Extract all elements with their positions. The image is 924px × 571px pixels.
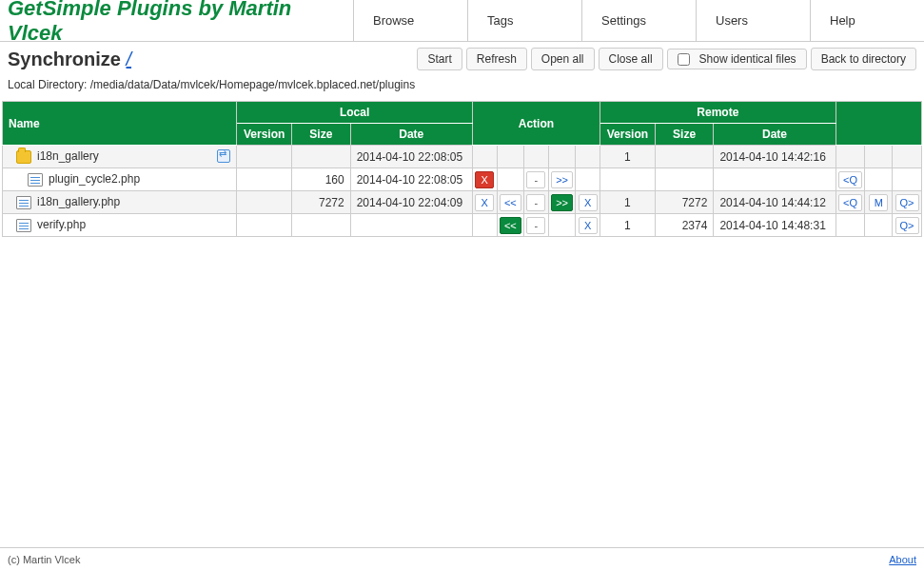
local-size: 160 [292,168,351,191]
action-skip-cell: - [524,191,549,214]
action-delete-remote-cell: X [576,214,600,237]
item-name: i18n_gallery.php [37,195,120,208]
path-root-link[interactable]: / [126,49,131,69]
action-delete-local-cell: X [472,168,497,191]
action-delete-remote[interactable]: X [579,194,598,211]
remote-date: 2014-04-10 14:44:12 [714,191,836,214]
nav-help[interactable]: Help [810,0,924,41]
action-copy-left-cell: << [497,214,524,237]
col-remote-size: Size [655,124,714,146]
file-icon [16,196,31,209]
remote-size [655,146,714,168]
table-row: i18n_gallery.php72722014-04-10 22:04:09X… [3,191,922,214]
action-queue-right-cell: Q> [893,214,922,237]
col-extra [836,102,921,146]
remote-version: 1 [600,214,655,237]
name-cell[interactable]: i18n_gallery [3,146,237,168]
close-all-button[interactable]: Close all [599,48,663,70]
refresh-button[interactable]: Refresh [466,48,527,70]
action-copy-right-cell: >> [548,191,576,214]
nav-users[interactable]: Users [696,0,810,41]
page-title: Synchronize / [8,49,131,70]
action-skip-cell [524,146,549,168]
action-copy-left[interactable]: << [500,194,521,211]
action-queue-right[interactable]: Q> [895,194,919,211]
sync-icon[interactable] [217,149,230,163]
action-delete-local-cell [472,214,497,237]
action-queue-left[interactable]: <Q [838,171,862,188]
action-merge-cell [865,168,893,191]
action-copy-right-cell [548,146,576,168]
remote-date [714,168,836,191]
action-delete-local-cell: X [472,191,497,214]
col-local-date: Date [350,124,472,146]
action-delete-local[interactable]: X [475,171,494,188]
action-delete-remote-cell: X [576,191,600,214]
col-name: Name [3,102,237,146]
col-local-size: Size [292,124,351,146]
action-queue-left-cell: <Q [836,168,865,191]
about-link[interactable]: About [889,554,916,565]
action-delete-remote-cell [576,146,600,168]
table-row: verify.php<<-X123742014-04-10 14:48:31Q> [3,214,922,237]
name-cell[interactable]: verify.php [3,214,237,237]
action-queue-left-cell [836,214,865,237]
action-queue-right-cell [893,146,922,168]
start-button[interactable]: Start [417,48,462,70]
action-delete-remote[interactable]: X [579,217,598,234]
local-directory-label: Local Directory: /media/data/Data/mvlcek… [0,76,924,101]
action-skip[interactable]: - [526,217,545,234]
action-skip[interactable]: - [526,171,545,188]
action-delete-local[interactable]: X [475,194,494,211]
remote-date: 2014-04-10 14:48:31 [714,214,836,237]
action-queue-right[interactable]: Q> [895,217,919,234]
action-skip[interactable]: - [526,194,545,211]
action-copy-right[interactable]: >> [551,171,573,188]
nav-settings[interactable]: Settings [581,0,696,41]
file-icon [28,173,43,187]
col-group-action: Action [472,102,600,146]
action-skip-cell: - [524,168,549,191]
local-size [292,146,351,168]
show-identical-checkbox[interactable] [678,53,690,66]
action-copy-right-cell [548,214,576,237]
action-merge[interactable]: M [869,194,888,211]
remote-version [600,168,655,191]
footer: (c) Martin Vlcek About [0,547,924,571]
action-skip-cell: - [524,214,549,237]
remote-size: 2374 [655,214,714,237]
action-delete-local-cell [472,146,497,168]
item-name: i18n_gallery [37,149,99,163]
action-delete-remote-cell [576,168,600,191]
back-button[interactable]: Back to directory [811,48,916,70]
local-version [237,191,292,214]
col-remote-version: Version [600,124,655,146]
open-all-button[interactable]: Open all [531,48,595,70]
name-cell[interactable]: i18n_gallery.php [3,191,237,214]
local-version [237,168,292,191]
main-nav: Browse Tags Settings Users Help [353,0,924,41]
nav-browse[interactable]: Browse [353,0,467,41]
remote-date: 2014-04-10 14:42:16 [714,146,836,168]
action-copy-left-cell [497,168,524,191]
action-copy-left[interactable]: << [500,217,521,234]
name-cell[interactable]: plugin_cycle2.php [3,168,237,191]
show-identical-toggle[interactable]: Show identical files [667,49,807,69]
action-copy-right[interactable]: >> [551,194,573,211]
nav-tags[interactable]: Tags [467,0,581,41]
item-name: plugin_cycle2.php [49,172,140,186]
action-copy-left-cell: << [497,191,524,214]
local-size [292,214,351,237]
action-queue-left-cell [836,146,865,168]
copyright: (c) Martin Vlcek [8,554,80,565]
col-local-version: Version [237,124,292,146]
remote-version: 1 [600,146,655,168]
action-copy-left-cell [497,146,524,168]
local-size: 7272 [292,191,351,214]
item-name: verify.php [37,218,86,231]
local-version [237,146,292,168]
col-group-local: Local [237,102,473,124]
local-date: 2014-04-10 22:08:05 [350,168,472,191]
action-queue-left[interactable]: <Q [838,194,862,211]
file-icon [16,219,31,232]
